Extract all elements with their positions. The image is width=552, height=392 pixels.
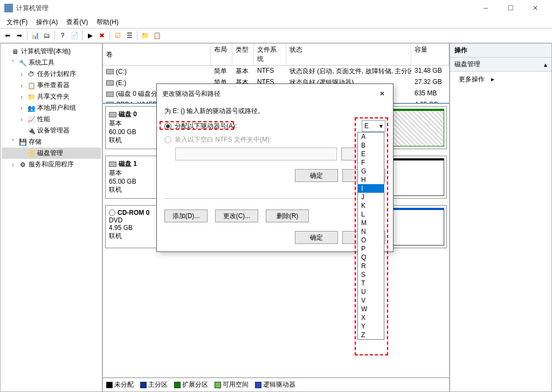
actions-pane: 操作 磁盘管理▴ 更多操作 ▸ (450, 43, 552, 392)
tree-root[interactable]: 🖥计算机管理(本地) (2, 46, 101, 57)
col-capacity[interactable]: 容量 (411, 44, 449, 65)
tree-storage[interactable]: ˅💾存储 (2, 136, 101, 148)
nav-tree: 🖥计算机管理(本地) ˅🔧系统工具 ›⏱任务计划程序 ›📋事件查看器 ›📁共享文… (0, 43, 102, 392)
back-icon[interactable]: ⬅ (2, 30, 13, 41)
drive-letter-option[interactable]: A (358, 132, 384, 141)
tree-device-manager[interactable]: 🔌设备管理器 (2, 125, 101, 136)
tree-task-scheduler[interactable]: ›⏱任务计划程序 (2, 68, 101, 80)
dialog-close-icon[interactable]: ✕ (377, 88, 388, 99)
check-icon[interactable]: ☑ (112, 30, 123, 41)
list-icon[interactable]: ☰ (124, 30, 135, 41)
drive-letter-option[interactable]: N (358, 227, 384, 236)
chevron-down-icon: ▾ (380, 122, 383, 130)
disk-icon (109, 112, 116, 117)
drive-letter-option[interactable]: S (358, 270, 384, 279)
collapse-icon[interactable]: ▴ (544, 61, 547, 68)
drive-letter-option[interactable]: G (358, 167, 384, 176)
add-button[interactable]: 添加(D)... (164, 209, 208, 222)
drive-letter-option[interactable]: H (358, 176, 384, 184)
tree-disk-management[interactable]: 📀磁盘管理 (2, 148, 101, 159)
drive-letter-option[interactable]: R (358, 262, 384, 270)
remove-button[interactable]: 删除(R) (266, 209, 309, 222)
menu-help[interactable]: 帮助(H) (93, 17, 122, 28)
toolbar: ⬅ ➡ 📊 🗂 ? 📄 ▶ ✖ ☑ ☰ 📁 📋 (0, 28, 552, 43)
disk-icon (109, 162, 116, 167)
drive-letter-option[interactable]: J (358, 193, 384, 201)
volume-row[interactable]: (C:)简单基本NTFS状态良好 (启动, 页面文件, 故障转储, 主分区)31… (103, 66, 449, 77)
drive-letter-option[interactable]: V (358, 296, 384, 305)
col-status[interactable]: 状态 (286, 44, 411, 65)
props-icon[interactable]: 📄 (69, 30, 80, 41)
change-button[interactable]: 更改(C)... (215, 209, 258, 222)
up-icon[interactable]: 📊 (30, 30, 40, 41)
dialog-title: 更改驱动器号和路径 (162, 89, 377, 99)
drive-letter-option[interactable]: Q (358, 253, 384, 262)
run-icon[interactable]: ▶ (85, 30, 95, 41)
label-assign-letter: 分配以下驱动器号(A): (175, 122, 237, 131)
col-layout[interactable]: 布局 (211, 44, 232, 65)
radio-assign-letter[interactable] (164, 123, 171, 130)
col-type[interactable]: 类型 (232, 44, 254, 65)
drive-letter-option[interactable]: Z (358, 331, 384, 339)
drive-letter-option[interactable]: L (358, 210, 384, 219)
drive-letter-option[interactable]: Y (358, 322, 384, 331)
cd-icon (109, 209, 115, 216)
tree-performance[interactable]: ›📈性能 (2, 114, 101, 125)
menu-view[interactable]: 查看(V) (63, 17, 91, 28)
drive-letter-option[interactable]: E (358, 150, 384, 158)
tree-event-viewer[interactable]: ›📋事件查看器 (2, 80, 101, 91)
mount-path-input (175, 148, 337, 160)
ok-button[interactable]: 确定 (295, 231, 338, 244)
drive-letter-option[interactable]: T (358, 279, 384, 288)
radio-mount-folder[interactable] (164, 136, 171, 143)
actions-section: 磁盘管理▴ (450, 58, 551, 72)
stop-icon[interactable]: ✖ (96, 30, 107, 41)
tree-system-tools[interactable]: ˅🔧系统工具 (2, 57, 101, 68)
close-button[interactable]: ✕ (523, 0, 548, 16)
inner-ok-button[interactable]: 确定 (295, 169, 338, 182)
misc1-icon[interactable]: 📁 (140, 30, 150, 41)
help2-icon[interactable]: ? (57, 30, 68, 41)
forward-icon[interactable]: ➡ (14, 30, 25, 41)
drive-letter-option[interactable]: I (358, 184, 384, 193)
drive-letter-option[interactable]: M (358, 219, 384, 227)
tree-local-users[interactable]: ›👥本地用户和组 (2, 102, 101, 114)
menu-action[interactable]: 操作(A) (33, 17, 61, 28)
col-volume[interactable]: 卷 (103, 44, 211, 65)
window-title: 计算机管理 (16, 4, 473, 13)
minimize-button[interactable]: ─ (473, 0, 498, 16)
tree-shared-folders[interactable]: ›📁共享文件夹 (2, 91, 101, 102)
drive-letter-option[interactable]: P (358, 244, 384, 253)
drive-letter-option[interactable]: B (358, 141, 384, 150)
misc2-icon[interactable]: 📋 (151, 30, 162, 41)
label-mount-folder: 装入以下空白 NTFS 文件夹中(M): (175, 135, 271, 144)
drive-letter-option[interactable]: K (358, 201, 384, 210)
refresh-icon[interactable]: 🗂 (42, 30, 52, 41)
drive-letter-option[interactable]: X (358, 313, 384, 322)
menubar: 文件(F) 操作(A) 查看(V) 帮助(H) (0, 16, 552, 28)
dialog-prompt: 为 E: () 输入新的驱动器号或路径。 (164, 107, 385, 116)
menu-file[interactable]: 文件(F) (3, 17, 31, 28)
drive-letter-select[interactable]: E▾ (362, 120, 385, 132)
drive-letter-option[interactable]: W (358, 305, 384, 313)
col-fs[interactable]: 文件系统 (254, 44, 286, 65)
actions-header: 操作 (450, 44, 551, 58)
drive-letter-dropdown[interactable]: ABEFGHIJKLMNOPQRSTUVWXYZ (357, 132, 384, 340)
legend: 未分配 主分区 扩展分区 可用空间 逻辑驱动器 (103, 377, 449, 391)
titlebar: 计算机管理 ─ ☐ ✕ (0, 0, 552, 16)
app-icon (4, 4, 13, 12)
maximize-button[interactable]: ☐ (498, 0, 523, 16)
drive-letter-option[interactable]: U (358, 288, 384, 296)
actions-more[interactable]: 更多操作 ▸ (450, 72, 551, 87)
drive-letter-option[interactable]: F (358, 158, 384, 167)
drive-letter-option[interactable]: O (358, 236, 384, 244)
tree-services-apps[interactable]: ›⚙服务和应用程序 (2, 159, 101, 170)
